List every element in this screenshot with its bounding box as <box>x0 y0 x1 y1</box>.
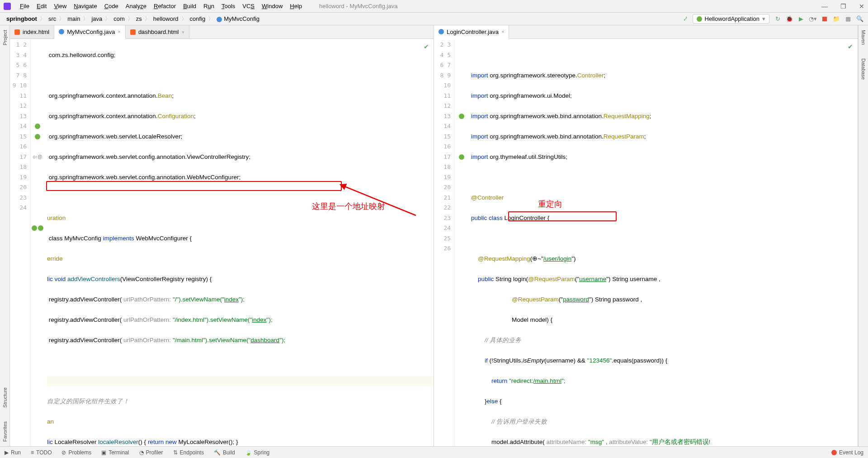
toolwin-run[interactable]: ▶ Run <box>5 449 21 456</box>
debug-icon[interactable]: 🐞 <box>786 15 793 23</box>
app-logo-icon <box>4 3 11 10</box>
left-editor-pane: index.html MyMvcConfig.java× dashboard.h… <box>10 25 434 446</box>
spring-bean-icon[interactable] <box>35 124 40 129</box>
bottom-tool-window-bar: ▶ Run ≡ TODO ⊘ Problems ▣ Terminal ◔ Pro… <box>0 446 868 458</box>
breadcrumb[interactable]: com <box>112 15 127 22</box>
coverage-icon[interactable]: ▶ <box>797 15 805 23</box>
menu-window[interactable]: Window <box>258 3 286 10</box>
error-badge-icon <box>831 450 837 455</box>
maximize-icon[interactable]: ❐ <box>840 3 846 10</box>
menu-code[interactable]: Code <box>101 3 122 10</box>
menu-navigate[interactable]: Navigate <box>70 3 100 10</box>
breadcrumb[interactable]: springboot <box>5 15 39 22</box>
tab-dashboard-html[interactable]: dashboard.html× <box>126 25 189 38</box>
toolwin-terminal[interactable]: ▣ Terminal <box>101 449 129 456</box>
toolwin-problems[interactable]: ⊘ Problems <box>61 449 91 456</box>
toolwin-database[interactable]: Database <box>861 58 866 80</box>
search-icon[interactable]: 🔍 <box>856 15 863 23</box>
breadcrumb[interactable]: main <box>66 15 82 22</box>
spring-bean-icon[interactable] <box>459 114 464 119</box>
run-configuration-dropdown[interactable]: HellowordApplication ▾ <box>693 14 769 24</box>
window-title: helloword - MyMvcConfig.java <box>319 3 397 10</box>
menu-run[interactable]: Run <box>200 3 218 10</box>
toolwin-profiler[interactable]: ◔ Profiler <box>139 449 163 456</box>
tab-mymvcconfig-java[interactable]: MyMvcConfig.java× <box>54 25 126 39</box>
tab-logincontroller-java[interactable]: LoginController.java× <box>434 25 509 39</box>
profile-icon[interactable]: ◔▾ <box>809 15 816 23</box>
toolwin-endpoints[interactable]: ⇅ Endpoints <box>173 449 204 456</box>
close-icon[interactable]: ✕ <box>859 3 864 10</box>
close-tab-icon[interactable]: × <box>118 29 120 34</box>
left-tool-window-bar: Project Structure Favorites <box>0 25 10 446</box>
menu-bar: File Edit View Navigate Code Analyze Ref… <box>0 0 868 13</box>
html-file-icon <box>14 29 20 35</box>
java-file-icon <box>439 29 444 34</box>
run-icon[interactable]: ↻ <box>774 15 781 23</box>
html-file-icon <box>130 29 136 35</box>
menu-view[interactable]: View <box>50 3 70 10</box>
minimize-icon[interactable]: — <box>821 3 828 10</box>
menu-vcs[interactable]: VCS <box>239 3 258 10</box>
breadcrumb[interactable]: src <box>47 15 58 22</box>
annotation-box-left <box>46 181 342 191</box>
navigation-bar: springboot〉 src〉 main〉 java〉 com〉 zs〉 he… <box>0 13 868 25</box>
breadcrumb[interactable]: MyMvcConfig <box>215 15 261 22</box>
toolwin-todo[interactable]: ≡ TODO <box>31 449 52 456</box>
toolwin-structure[interactable]: Structure <box>2 387 8 408</box>
menu-help[interactable]: Help <box>286 3 306 10</box>
gutter-icons[interactable] <box>455 39 468 446</box>
chevron-down-icon: ▾ <box>762 15 765 22</box>
tab-index-html[interactable]: index.html <box>10 25 54 38</box>
right-code-area[interactable]: import org.springframework.stereotype.Co… <box>468 39 858 446</box>
inspection-ok-icon[interactable]: ✔ <box>424 42 429 52</box>
toolwin-favorites[interactable]: Favorites <box>2 421 8 442</box>
java-file-icon <box>59 29 64 34</box>
toolwin-maven[interactable]: Maven <box>861 30 866 45</box>
close-tab-icon[interactable]: × <box>501 29 504 34</box>
left-code-area[interactable]: com.zs.helloword.config; org.springframe… <box>44 39 434 446</box>
right-editor-pane: LoginController.java× 2 3 4 5 6 7 8 9 10… <box>434 25 858 446</box>
spring-bean-icon[interactable] <box>35 134 40 139</box>
menu-build[interactable]: Build <box>179 3 200 10</box>
editor-split: index.html MyMvcConfig.java× dashboard.h… <box>10 25 858 446</box>
line-number-gutter[interactable]: 2 3 4 5 6 7 8 9 10 11 12 13 14 15 16 17 … <box>434 39 455 446</box>
build-icon[interactable]: ⤦ <box>683 15 688 22</box>
git-icon[interactable]: 📁 <box>833 15 840 23</box>
inspection-ok-icon[interactable]: ✔ <box>848 42 853 52</box>
spring-bean-icon[interactable] <box>32 225 37 231</box>
stop-icon[interactable] <box>821 15 828 23</box>
right-editor-tabs: LoginController.java× <box>434 25 858 39</box>
override-icon[interactable]: o↑@ <box>33 152 42 162</box>
menu-edit[interactable]: Edit <box>33 3 50 10</box>
right-tool-window-bar: Maven Database <box>858 25 868 446</box>
spring-bean-icon[interactable] <box>38 225 43 231</box>
layout-icon[interactable]: ▦ <box>844 15 852 23</box>
breadcrumb[interactable]: helloword <box>151 15 180 22</box>
event-log[interactable]: Event Log <box>831 449 863 456</box>
spring-icon <box>697 16 702 22</box>
menu-file[interactable]: File <box>16 3 33 10</box>
toolwin-spring[interactable]: 🍃 Spring <box>245 449 270 456</box>
class-icon <box>217 17 222 22</box>
spring-bean-icon[interactable] <box>459 154 464 160</box>
toolwin-project[interactable]: Project <box>2 30 8 45</box>
line-number-gutter[interactable]: 1 2 3 4 5 6 7 8 9 10 11 12 13 14 15 16 1… <box>10 39 31 446</box>
gutter-icons[interactable]: o↑@ <box>31 39 44 446</box>
left-editor-tabs: index.html MyMvcConfig.java× dashboard.h… <box>10 25 434 39</box>
toolwin-build[interactable]: 🔨 Build <box>214 449 235 456</box>
menu-tools[interactable]: Tools <box>218 3 239 10</box>
close-tab-icon[interactable]: × <box>182 29 184 35</box>
menu-analyze[interactable]: Analyze <box>122 3 150 10</box>
breadcrumb[interactable]: zs <box>134 15 144 22</box>
breadcrumb[interactable]: config <box>188 15 208 22</box>
breadcrumb[interactable]: java <box>90 15 104 22</box>
menu-refactor[interactable]: Refactor <box>150 3 179 10</box>
